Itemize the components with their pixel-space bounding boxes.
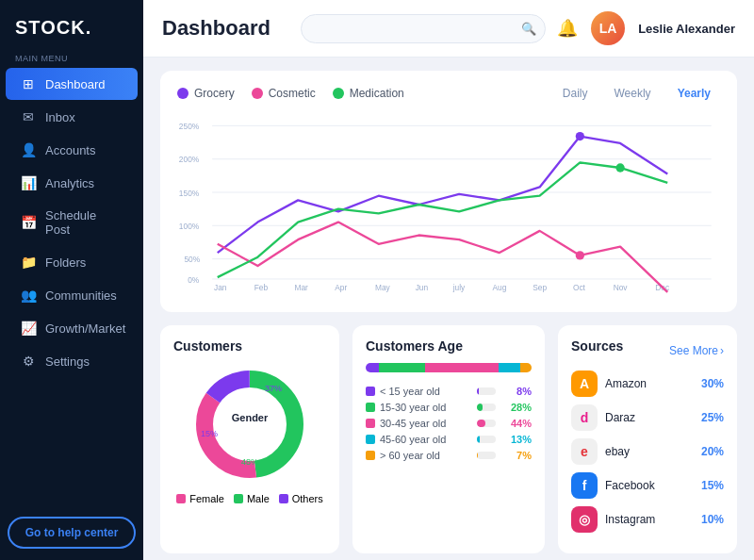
svg-text:Feb: Feb	[254, 283, 269, 292]
age-rows: < 15 year old 8% 15-30 year old 28% 30-4…	[366, 386, 532, 461]
age-percent: 13%	[503, 434, 532, 445]
instagram-percent: 10%	[701, 513, 724, 526]
svg-text:May: May	[375, 283, 391, 292]
age-percent: 8%	[503, 386, 532, 397]
sidebar-item-settings[interactable]: ⚙Settings	[6, 345, 138, 377]
time-btn-daily[interactable]: Daily	[553, 84, 598, 103]
age-title: Customers Age	[366, 338, 532, 354]
schedule-post-label: Schedule Post	[45, 208, 123, 237]
sidebar-item-dashboard[interactable]: ⊞Dashboard	[6, 68, 138, 100]
svg-text:july: july	[452, 283, 466, 292]
svg-text:Sep: Sep	[533, 283, 547, 292]
legend-medication: Medication	[333, 87, 404, 100]
female-dot	[176, 494, 186, 503]
sources-card: Sources See More › A Amazon 30% d Daraz …	[558, 325, 737, 553]
header: Dashboard 🔍 🔔 LA Leslie Alexander	[143, 0, 754, 58]
legend-others: Others	[279, 493, 323, 504]
legend-dot	[333, 88, 344, 99]
age-label: > 60 year old	[366, 450, 469, 461]
combined-bar-segment	[366, 363, 379, 372]
schedule-post-icon: 📅	[21, 215, 36, 230]
folders-icon: 📁	[21, 255, 36, 270]
amazon-label: Amazon	[605, 377, 694, 390]
combined-bar-segment	[425, 363, 498, 372]
time-btn-yearly[interactable]: Yearly	[668, 84, 720, 103]
accounts-label: Accounts	[45, 143, 95, 157]
age-percent: 44%	[503, 418, 532, 429]
age-percent: 7%	[503, 450, 532, 461]
age-card: Customers Age < 15 year old 8% 15-3	[352, 325, 545, 553]
search-input[interactable]	[301, 14, 546, 43]
logo: STOCK.	[0, 0, 143, 46]
sidebar-item-growth-market[interactable]: 📈Growth/Market	[6, 312, 138, 344]
sidebar-item-communities[interactable]: 👥Communities	[6, 279, 138, 311]
source-row-daraz: d Daraz 25%	[571, 404, 724, 431]
svg-text:48%: 48%	[241, 457, 258, 467]
amazon-icon: A	[571, 371, 598, 397]
see-more-button[interactable]: See More ›	[669, 344, 724, 357]
age-bar-wrap	[477, 452, 496, 459]
time-btn-weekly[interactable]: Weekly	[605, 84, 661, 103]
settings-label: Settings	[45, 354, 90, 369]
customers-title: Customers	[173, 338, 326, 354]
svg-text:100%: 100%	[179, 222, 200, 231]
combined-bar-segment	[520, 363, 532, 372]
accounts-icon: 👤	[21, 142, 36, 157]
settings-icon: ⚙	[21, 354, 36, 369]
age-bar-wrap	[477, 420, 496, 427]
svg-text:Oct: Oct	[573, 283, 586, 292]
help-center-button[interactable]: Go to help center	[8, 517, 136, 549]
age-bar-fill	[477, 404, 483, 411]
svg-text:250%: 250%	[179, 122, 200, 131]
age-bar-fill	[477, 387, 479, 395]
svg-text:Nov: Nov	[614, 283, 629, 292]
age-bar-fill	[477, 452, 478, 459]
donut-chart: Gender 37% 15% 48%	[188, 363, 311, 486]
chart-legend: GroceryCosmeticMedication	[177, 87, 404, 100]
svg-point-26	[615, 163, 624, 172]
communities-icon: 👥	[21, 288, 36, 303]
donut-chart-wrap: Gender 37% 15% 48% Female Male	[173, 363, 326, 504]
age-label: 30-45 year old	[366, 418, 469, 429]
bottom-row: Customers Gender 37% 15% 48%	[160, 325, 737, 553]
legend-dot	[177, 88, 188, 99]
sources-list: A Amazon 30% d Daraz 25% e ebay 20% f Fa…	[571, 371, 724, 533]
legend-dot	[252, 88, 263, 99]
sidebar-item-accounts[interactable]: 👤Accounts	[6, 134, 138, 166]
sidebar-item-analytics[interactable]: 📊Analytics	[6, 167, 138, 199]
svg-text:150%: 150%	[179, 189, 200, 198]
chart-header: GroceryCosmeticMedication DailyWeeklyYea…	[177, 84, 720, 103]
daraz-icon: d	[571, 404, 598, 431]
combined-age-bar	[366, 363, 532, 372]
svg-text:Gender: Gender	[232, 412, 269, 423]
source-row-facebook: f Facebook 15%	[571, 472, 724, 499]
growth-market-icon: 📈	[21, 321, 36, 336]
sources-header: Sources See More ›	[571, 338, 724, 363]
sidebar-item-inbox[interactable]: ✉Inbox	[6, 101, 138, 133]
notification-icon[interactable]: 🔔	[557, 18, 578, 39]
legend-cosmetic: Cosmetic	[252, 87, 316, 100]
folders-label: Folders	[45, 255, 86, 270]
legend-grocery: Grocery	[177, 87, 235, 100]
age-bar-wrap	[477, 387, 496, 395]
age-bar-row: < 15 year old 8%	[366, 386, 532, 397]
sidebar-item-folders[interactable]: 📁Folders	[6, 246, 138, 278]
analytics-icon: 📊	[21, 175, 36, 190]
sidebar-item-schedule-post[interactable]: 📅Schedule Post	[6, 200, 138, 245]
age-bar-wrap	[477, 404, 496, 411]
facebook-icon: f	[571, 472, 598, 499]
page-title: Dashboard	[162, 16, 270, 41]
age-label: 15-30 year old	[366, 402, 469, 413]
ebay-icon: e	[571, 438, 598, 465]
search-icon: 🔍	[521, 22, 536, 36]
age-bar-row: 30-45 year old 44%	[366, 418, 532, 429]
ebay-label: ebay	[605, 445, 694, 458]
age-label: < 15 year old	[366, 386, 469, 397]
dashboard-icon: ⊞	[21, 76, 36, 91]
combined-bar-segment	[499, 363, 520, 372]
age-bar-row: 45-60 year old 13%	[366, 434, 532, 445]
svg-text:Apr: Apr	[335, 283, 347, 292]
facebook-percent: 15%	[701, 479, 724, 492]
svg-text:50%: 50%	[184, 255, 200, 264]
inbox-icon: ✉	[21, 109, 36, 124]
